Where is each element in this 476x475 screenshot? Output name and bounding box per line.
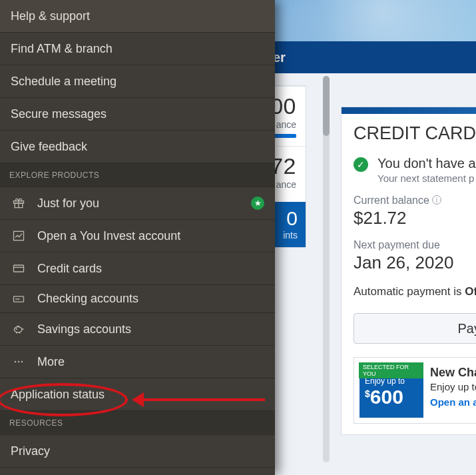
menu-secure-messages[interactable]: Secure messages bbox=[0, 98, 275, 131]
offer-box[interactable]: SELECTED FOR YOU Enjoy up to $600 New Ch… bbox=[354, 357, 476, 424]
pay-card-button[interactable]: Pay card bbox=[354, 313, 476, 344]
menu-checking[interactable]: Checking accounts bbox=[0, 285, 275, 313]
svg-point-5 bbox=[14, 327, 22, 332]
svg-point-7 bbox=[15, 361, 17, 363]
offer-badge: SELECTED FOR YOU bbox=[359, 362, 423, 378]
menu-application-status[interactable]: Application status bbox=[0, 378, 275, 411]
current-balance-label: Current balance bbox=[354, 195, 429, 206]
menu-savings[interactable]: Savings accounts bbox=[0, 313, 275, 346]
menu-credit-cards[interactable]: Credit cards bbox=[0, 252, 275, 285]
menu-you-invest[interactable]: Open a You Invest account bbox=[0, 220, 275, 252]
svg-rect-3 bbox=[14, 265, 24, 272]
alert-title: You don't have a p bbox=[377, 156, 476, 171]
section-resources: Resources bbox=[0, 411, 275, 435]
star-badge-icon: ★ bbox=[251, 197, 264, 210]
card-icon bbox=[11, 260, 27, 276]
menu-just-for-you[interactable]: Just for you ★ bbox=[0, 187, 275, 220]
offer-subtitle: Enjoy up to bbox=[430, 381, 476, 392]
svg-point-9 bbox=[21, 361, 23, 363]
piggybank-icon bbox=[11, 321, 27, 337]
menu-more[interactable]: More bbox=[0, 346, 275, 378]
offer-title: New Cha bbox=[430, 366, 476, 380]
autopay-status: Automatic payment is Off. bbox=[354, 285, 476, 298]
content-scrollbar[interactable] bbox=[323, 76, 330, 462]
more-icon bbox=[11, 354, 27, 370]
check-icon: ✓ bbox=[354, 157, 368, 172]
credit-card-title: CREDIT CARD bbox=[354, 123, 476, 143]
menu-give-feedback[interactable]: Give feedback bbox=[0, 131, 275, 163]
menu-find-atm[interactable]: Find ATM & branch bbox=[0, 33, 275, 65]
next-payment-label: Next payment due bbox=[354, 239, 476, 251]
checkbook-icon bbox=[11, 291, 27, 307]
svg-point-6 bbox=[16, 329, 17, 330]
menu-schedule-meeting[interactable]: Schedule a meeting bbox=[0, 65, 275, 98]
next-payment-value: Jan 26, 2020 bbox=[354, 252, 476, 273]
credit-card-panel: CREDIT CARD (...19 ✓ You don't have a p … bbox=[341, 107, 476, 435]
menu-privacy[interactable]: Privacy bbox=[0, 435, 275, 468]
side-menu: Help & support Find ATM & branch Schedul… bbox=[0, 0, 275, 475]
gift-icon bbox=[11, 195, 27, 211]
alert-subtitle: Your next statement p bbox=[377, 173, 476, 184]
chart-icon bbox=[11, 228, 27, 244]
offer-tile-amount: 600 bbox=[370, 386, 403, 408]
menu-help-support[interactable]: Help & support bbox=[0, 0, 275, 33]
section-explore-products: Explore products bbox=[0, 163, 275, 187]
svg-point-8 bbox=[18, 361, 20, 363]
current-balance-value: $21.72 bbox=[354, 208, 476, 229]
info-icon[interactable]: i bbox=[432, 195, 441, 205]
offer-link[interactable]: Open an a bbox=[430, 396, 476, 408]
